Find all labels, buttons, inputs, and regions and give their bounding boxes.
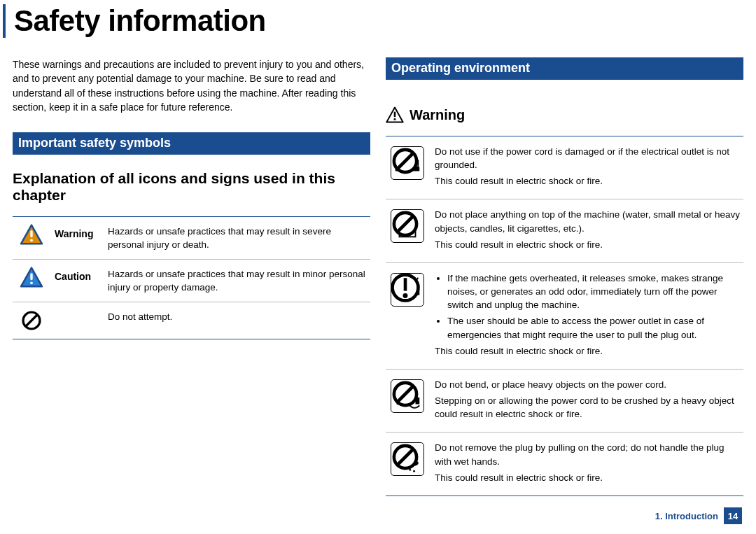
intro-paragraph: These warnings and precautions are inclu… bbox=[13, 57, 370, 114]
svg-point-5 bbox=[30, 281, 33, 284]
two-column-layout: These warnings and precautions are inclu… bbox=[0, 57, 756, 496]
sub-heading-explanation: Explanation of all icons and signs used … bbox=[13, 170, 370, 209]
warn-text: This could result in electric shock or f… bbox=[435, 471, 741, 484]
section-bar-symbols: Important safety symbols bbox=[13, 132, 370, 155]
symbol-row-caution: Caution Hazards or unsafe practices that… bbox=[13, 260, 370, 302]
page-footer: 1. Introduction 14 bbox=[655, 507, 742, 524]
warn-text: This could result in electric shock or f… bbox=[435, 174, 741, 188]
left-column: These warnings and precautions are inclu… bbox=[13, 57, 370, 496]
page-number-badge: 14 bbox=[724, 507, 742, 524]
warning-heading-text: Warning bbox=[410, 107, 465, 123]
svg-point-10 bbox=[394, 118, 396, 120]
warn-text: This could result in electric shock or f… bbox=[435, 344, 741, 358]
symbol-row-donot: Do not attempt. bbox=[13, 302, 370, 339]
section-bar-operating-env: Operating environment bbox=[386, 57, 743, 80]
warn-bullet: The user should be able to access the po… bbox=[447, 314, 741, 341]
prohibit-icon bbox=[20, 309, 43, 332]
warning-triangle-icon bbox=[20, 224, 43, 245]
prohibit-badge-icon bbox=[389, 378, 421, 410]
symbol-label: Warning bbox=[55, 224, 99, 239]
svg-rect-25 bbox=[404, 278, 407, 290]
prohibit-badge-icon bbox=[389, 208, 421, 240]
warn-row: Do not place anything on top of the mach… bbox=[386, 199, 743, 262]
mandatory-badge-icon bbox=[389, 272, 421, 304]
symbol-label: Caution bbox=[55, 267, 99, 282]
caution-triangle-icon bbox=[20, 267, 43, 288]
page-title: Safety information bbox=[3, 4, 756, 38]
prohibit-badge-icon bbox=[389, 441, 421, 473]
warning-subsection-heading: Warning bbox=[386, 106, 743, 123]
symbol-table: Warning Hazards or unsafe practices that… bbox=[13, 217, 370, 339]
svg-point-2 bbox=[30, 239, 33, 242]
warn-row: Do not use if the power cord is damaged … bbox=[386, 136, 743, 199]
warn-text: Do not remove the plug by pulling on the… bbox=[435, 441, 741, 468]
svg-point-26 bbox=[403, 293, 408, 298]
picto-damaged-cord-icon bbox=[391, 146, 424, 180]
right-column: Operating environment Warning bbox=[386, 57, 743, 496]
warn-text: Do not place anything on top of the mach… bbox=[435, 208, 741, 234]
svg-rect-4 bbox=[30, 273, 32, 280]
symbol-desc: Hazards or unsafe practices that may res… bbox=[108, 267, 366, 295]
warning-triangle-icon bbox=[386, 106, 404, 123]
warn-row: Do not remove the plug by pulling on the… bbox=[386, 433, 743, 495]
symbol-label bbox=[55, 309, 99, 314]
warn-row: Do not bend, or place heavy objects on t… bbox=[386, 370, 743, 432]
breadcrumb: 1. Introduction bbox=[655, 511, 718, 521]
warn-text: This could result in electric shock or f… bbox=[435, 238, 741, 251]
symbol-desc: Do not attempt. bbox=[108, 309, 366, 324]
warn-text: Stepping on or allowing the power cord t… bbox=[435, 394, 741, 421]
svg-rect-9 bbox=[394, 111, 396, 117]
warn-bullet: If the machine gets overheated, it relea… bbox=[447, 272, 741, 311]
picto-overheat-unplug-icon bbox=[391, 273, 424, 307]
warn-row: If the machine gets overheated, it relea… bbox=[386, 263, 743, 369]
picto-wet-hands-plug-icon bbox=[391, 442, 424, 476]
warn-text: Do not use if the power cord is damaged … bbox=[435, 145, 741, 171]
picto-objects-on-machine-icon bbox=[391, 209, 424, 243]
symbol-row-warning: Warning Hazards or unsafe practices that… bbox=[13, 217, 370, 259]
svg-line-7 bbox=[26, 315, 37, 326]
prohibit-badge-icon bbox=[389, 145, 421, 177]
warn-text: Do not bend, or place heavy objects on t… bbox=[435, 378, 741, 391]
symbol-desc: Hazards or unsafe practices that may res… bbox=[108, 224, 366, 252]
svg-rect-1 bbox=[30, 230, 32, 237]
picto-bend-cord-icon bbox=[391, 379, 424, 413]
